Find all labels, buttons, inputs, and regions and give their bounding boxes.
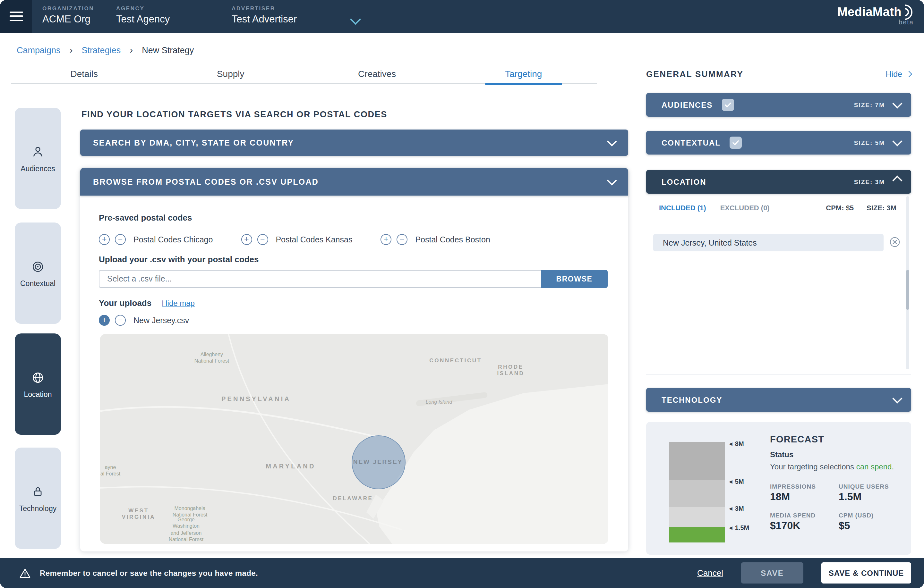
csv-upload-row: BROWSE bbox=[99, 270, 608, 288]
check-icon bbox=[731, 138, 740, 147]
audiences-size-badge: SIZE: 7M bbox=[854, 101, 885, 109]
rail-item-technology[interactable]: Technology bbox=[15, 448, 61, 549]
audiences-icon bbox=[31, 145, 45, 159]
postal-codes-panel: BROWSE FROM POSTAL CODES OR .CSV UPLOAD … bbox=[80, 168, 628, 552]
rail-label-contextual: Contextual bbox=[20, 279, 56, 287]
chart-marker-5m: ◀5M bbox=[729, 478, 744, 485]
advertiser-dropdown-chevron[interactable] bbox=[351, 14, 359, 26]
chevron-up-icon bbox=[892, 175, 902, 185]
advertiser-label: ADVERTISER bbox=[232, 5, 297, 12]
chart-segment-green bbox=[669, 527, 725, 542]
breadcrumb-campaigns[interactable]: Campaigns bbox=[16, 46, 61, 55]
breadcrumb-separator: › bbox=[130, 44, 133, 55]
location-item-pill: New Jersey, United States bbox=[653, 234, 884, 251]
uploaded-file-name: New Jersey.csv bbox=[134, 316, 189, 325]
location-summary-bar[interactable]: LOCATION SIZE: 3M bbox=[646, 170, 911, 194]
technology-summary-bar[interactable]: TECHNOLOGY bbox=[646, 388, 911, 412]
forecast-title: FORECAST bbox=[770, 434, 824, 445]
tab-details[interactable]: Details bbox=[11, 64, 158, 83]
map-terrain bbox=[100, 334, 608, 544]
contextual-size-badge: SIZE: 5M bbox=[854, 139, 885, 146]
browse-file-button[interactable]: BROWSE bbox=[541, 270, 608, 288]
location-size-value: SIZE: 3M bbox=[866, 204, 896, 212]
hide-summary-label: Hide bbox=[886, 69, 902, 79]
presaved-code-label: Postal Codes Kansas bbox=[276, 235, 352, 244]
excluded-tab[interactable]: EXCLUDED (0) bbox=[720, 204, 770, 212]
location-scrollbar-thumb[interactable] bbox=[906, 270, 909, 310]
search-location-accordion[interactable]: SEARCH BY DMA, CITY, STATE OR COUNTRY bbox=[80, 130, 628, 156]
organization-value: ACME Org bbox=[42, 13, 94, 25]
location-list-tabs: INCLUDED (1) EXCLUDED (0) CPM: $5 SIZE: … bbox=[659, 204, 896, 212]
save-continue-button[interactable]: SAVE & CONTINUE bbox=[821, 562, 911, 583]
check-icon bbox=[723, 100, 732, 109]
presaved-code-chicago: + − Postal Codes Chicago bbox=[99, 234, 213, 245]
browse-postal-accordion[interactable]: BROWSE FROM POSTAL CODES OR .CSV UPLOAD bbox=[80, 168, 628, 196]
forecast-card: ◀8M ◀5M ◀3M ◀1.5M FORECAST Status Your t… bbox=[646, 422, 911, 555]
cpm-label: CPM (USD) bbox=[839, 512, 874, 519]
exclude-boston-button[interactable]: − bbox=[396, 234, 408, 245]
logo-beta-label: beta bbox=[837, 18, 914, 26]
upload-title: Upload your .csv with your postal codes bbox=[99, 255, 259, 264]
chevron-down-icon bbox=[607, 136, 617, 146]
hide-summary-link[interactable]: Hide bbox=[886, 69, 911, 79]
chevron-right-icon bbox=[906, 71, 912, 77]
remove-location-button[interactable] bbox=[889, 237, 900, 247]
warning-icon bbox=[19, 567, 31, 579]
chevron-down-icon bbox=[892, 99, 902, 109]
cancel-button[interactable]: Cancel bbox=[697, 568, 723, 578]
include-boston-button[interactable]: + bbox=[381, 234, 391, 245]
impressions-label: IMPRESSIONS bbox=[770, 483, 816, 490]
location-scrollbar[interactable] bbox=[906, 196, 909, 369]
breadcrumb: Campaigns › Strategies › New Strategy bbox=[16, 46, 194, 55]
rail-item-contextual[interactable]: Contextual bbox=[15, 222, 61, 324]
include-kansas-button[interactable]: + bbox=[241, 234, 252, 245]
breadcrumb-current: New Strategy bbox=[142, 46, 194, 55]
uploads-header: Your uploads Hide map bbox=[99, 298, 195, 308]
contextual-summary-bar[interactable]: CONTEXTUAL SIZE: 5M bbox=[646, 131, 911, 155]
forecast-status-label: Status bbox=[770, 450, 794, 459]
audiences-summary-label: AUDIENCES bbox=[662, 100, 713, 109]
include-upload-button[interactable]: + bbox=[99, 315, 110, 326]
impressions-value: 18M bbox=[770, 491, 790, 503]
presaved-code-boston: + − Postal Codes Boston bbox=[381, 234, 490, 245]
advertiser-field[interactable]: ADVERTISER Test Advertiser bbox=[232, 5, 297, 25]
organization-label: ORGANIZATION bbox=[42, 5, 94, 12]
hide-map-link[interactable]: Hide map bbox=[162, 299, 195, 308]
forecast-status-text: Your targeting selections can spend. bbox=[770, 462, 894, 471]
search-accordion-label: SEARCH BY DMA, CITY, STATE OR COUNTRY bbox=[93, 138, 294, 147]
top-bar: ORGANIZATION ACME Org AGENCY Test Agency… bbox=[0, 0, 924, 33]
presaved-code-label: Postal Codes Boston bbox=[415, 235, 490, 244]
contextual-checkbox[interactable] bbox=[729, 137, 742, 149]
tab-creatives[interactable]: Creatives bbox=[304, 64, 450, 83]
rail-item-location[interactable]: Location bbox=[15, 333, 61, 435]
location-globe-icon bbox=[31, 370, 45, 384]
exclude-kansas-button[interactable]: − bbox=[257, 234, 268, 245]
tab-supply[interactable]: Supply bbox=[158, 64, 304, 83]
chart-segment-3m bbox=[669, 507, 725, 527]
location-item-name: New Jersey, United States bbox=[663, 238, 757, 247]
location-summary-label: LOCATION bbox=[662, 177, 706, 186]
browse-accordion-label: BROWSE FROM POSTAL CODES OR .CSV UPLOAD bbox=[93, 177, 318, 186]
summary-title: GENERAL SUMMARY bbox=[646, 69, 743, 79]
mediamath-swoosh-icon bbox=[903, 4, 914, 20]
contextual-icon bbox=[31, 259, 45, 273]
include-chicago-button[interactable]: + bbox=[99, 234, 110, 245]
tab-targeting[interactable]: Targeting bbox=[450, 64, 597, 83]
audiences-checkbox[interactable] bbox=[721, 99, 734, 111]
exclude-upload-button[interactable]: − bbox=[115, 315, 126, 326]
rail-item-audiences[interactable]: Audiences bbox=[15, 108, 61, 209]
included-tab[interactable]: INCLUDED (1) bbox=[659, 204, 706, 212]
organization-field: ORGANIZATION ACME Org bbox=[42, 5, 94, 25]
agency-label: AGENCY bbox=[116, 5, 170, 12]
technology-icon bbox=[31, 484, 45, 499]
agency-field: AGENCY Test Agency bbox=[116, 5, 170, 25]
audiences-summary-bar[interactable]: AUDIENCES SIZE: 7M bbox=[646, 93, 911, 117]
save-button[interactable]: SAVE bbox=[741, 562, 804, 583]
contextual-summary-label: CONTEXTUAL bbox=[662, 138, 721, 147]
breadcrumb-separator: › bbox=[69, 44, 73, 55]
menu-button[interactable] bbox=[0, 0, 32, 33]
csv-file-input[interactable] bbox=[99, 270, 541, 288]
location-map[interactable]: Allegheny National Forest CONNECTICUT RH… bbox=[100, 334, 608, 544]
exclude-chicago-button[interactable]: − bbox=[115, 234, 126, 245]
breadcrumb-strategies[interactable]: Strategies bbox=[82, 46, 121, 55]
